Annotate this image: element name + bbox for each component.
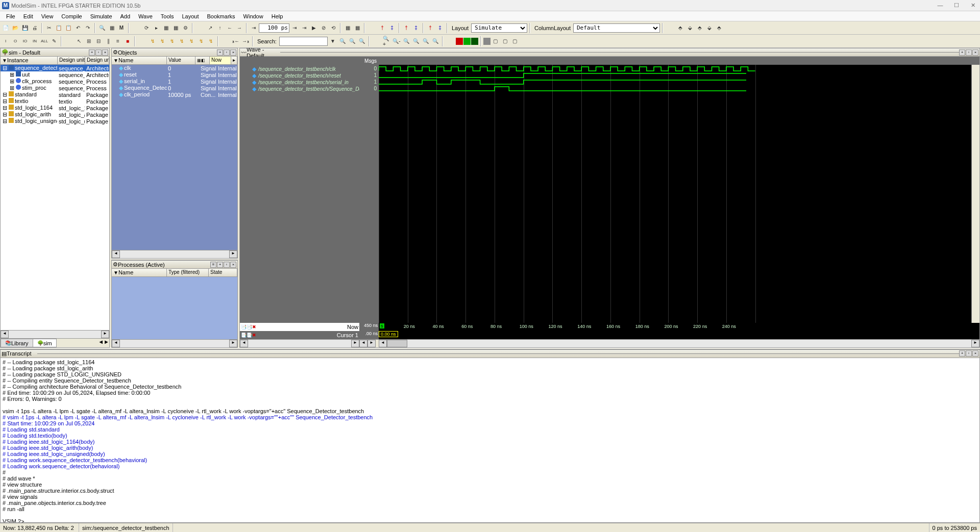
col-scroll[interactable]: ▸ bbox=[231, 57, 237, 64]
tool-button[interactable]: →₃ bbox=[241, 37, 250, 46]
tool-button[interactable]: ▦ bbox=[161, 23, 170, 33]
zoom-button[interactable]: † bbox=[402, 23, 411, 33]
wave-signal-row[interactable]: ◆/sequence_detector_testbench/serial_in bbox=[240, 79, 359, 86]
compile-button[interactable]: ⟳ bbox=[142, 23, 151, 33]
panel-dock-button[interactable]: ▫ bbox=[966, 49, 972, 56]
col-state[interactable]: State bbox=[209, 269, 237, 276]
zoom-full-button[interactable]: 🔍 bbox=[402, 37, 411, 46]
wave-signal-row[interactable]: ◆/sequence_detector_testbench/clk bbox=[240, 66, 359, 72]
tool-button[interactable]: ↯ bbox=[197, 37, 206, 46]
sim-tree-row[interactable]: ⊟ std_logic_arithstd_logic_a...Package bbox=[1, 111, 109, 118]
columnlayout-select[interactable]: Default bbox=[573, 23, 660, 33]
maximize-button[interactable]: ☐ bbox=[951, 2, 962, 9]
layout-select[interactable]: Simulate bbox=[471, 23, 527, 33]
zoom-button[interactable]: 🔍 bbox=[411, 37, 421, 46]
tool-button[interactable]: IN bbox=[30, 37, 39, 46]
copy-button[interactable]: 📋 bbox=[54, 23, 63, 33]
col-design-unit[interactable]: Design unit bbox=[58, 57, 85, 64]
tool-button[interactable]: ↯ bbox=[148, 37, 157, 46]
wave-signal-row[interactable]: ◆/sequence_detector_testbench/reset bbox=[240, 72, 359, 79]
tool-button[interactable]: ₃← bbox=[231, 37, 240, 46]
tab-scroll-right[interactable]: ► bbox=[104, 339, 109, 347]
menu-wave[interactable]: Wave bbox=[134, 13, 157, 19]
runtime-input[interactable] bbox=[259, 23, 289, 33]
tool-button[interactable]: ⚙ bbox=[181, 23, 190, 33]
tool-button[interactable]: ALL bbox=[40, 37, 49, 46]
zoom-button[interactable]: 🔍 bbox=[431, 37, 440, 46]
bookmark-icon[interactable]: 📑 bbox=[241, 324, 247, 330]
tab-library[interactable]: 📚 Library bbox=[1, 339, 33, 347]
panel-add-button[interactable]: + bbox=[89, 49, 95, 56]
panel-add-button[interactable]: + bbox=[217, 262, 223, 268]
menu-edit[interactable]: Edit bbox=[19, 13, 37, 19]
sim-tree-row[interactable]: ⊟ std_logic_unsignedstd_logic_u...Packag… bbox=[1, 118, 109, 124]
tool-button[interactable]: ▸ bbox=[152, 23, 161, 33]
up-button[interactable]: ↑ bbox=[215, 23, 225, 33]
menu-help[interactable]: Help bbox=[267, 13, 287, 19]
undo-button[interactable]: ↶ bbox=[74, 23, 83, 33]
wave-vscroll[interactable] bbox=[971, 65, 979, 323]
tool-button[interactable]: IO bbox=[20, 37, 30, 46]
col-now[interactable]: Now bbox=[210, 57, 231, 64]
panel-opts-button[interactable]: ≡ bbox=[210, 262, 216, 268]
zoom-button[interactable]: 🔍 bbox=[421, 37, 430, 46]
objects-tree[interactable]: ◆clk0SignalInternal◆reset1SignalInternal… bbox=[112, 65, 237, 250]
zoom-button[interactable]: † bbox=[426, 23, 435, 33]
tool-button[interactable]: O bbox=[11, 37, 20, 46]
tool-button[interactable]: ↯ bbox=[206, 37, 215, 46]
forward-button[interactable]: → bbox=[235, 23, 244, 33]
processes-hscroll[interactable]: ◄► bbox=[112, 339, 237, 347]
objects-hscroll[interactable]: ◄► bbox=[112, 250, 237, 258]
signal-color-button[interactable] bbox=[483, 38, 491, 45]
run-button[interactable]: ⇥ bbox=[290, 23, 299, 33]
sim-hscroll[interactable]: ◄► bbox=[1, 330, 109, 338]
panel-close-button[interactable]: × bbox=[102, 49, 108, 56]
panel-dock-button[interactable]: ▫ bbox=[224, 49, 230, 56]
signal-color-button[interactable] bbox=[456, 38, 463, 45]
object-row[interactable]: ◆clk0SignalInternal bbox=[112, 65, 237, 71]
object-row[interactable]: ◆reset1SignalInternal bbox=[112, 71, 237, 78]
tool-button[interactable]: ↯ bbox=[167, 37, 177, 46]
paste-button[interactable]: 📋 bbox=[64, 23, 73, 33]
wave-cursor-track[interactable]: 0.00 ns bbox=[379, 331, 979, 339]
wave-signal-names[interactable]: ◆/sequence_detector_testbench/clk◆/seque… bbox=[240, 57, 359, 339]
wave-panel-header[interactable]: 〰 Wave - Default + ▫ × bbox=[240, 48, 979, 57]
menu-compile[interactable]: Compile bbox=[57, 13, 86, 19]
zoom-button[interactable]: ‡ bbox=[435, 23, 445, 33]
tool-button[interactable]: ✎ bbox=[50, 37, 59, 46]
bookmark-icon[interactable]: 📑 bbox=[247, 333, 252, 338]
panel-close-button[interactable]: × bbox=[972, 49, 978, 56]
object-row[interactable]: ◆Sequence_Detecte...0SignalInternal bbox=[112, 85, 237, 91]
panel-add-button[interactable]: + bbox=[217, 49, 223, 56]
wave-signal-row[interactable]: ◆/sequence_detector_testbench/Sequence_D… bbox=[240, 86, 359, 92]
bookmark-icon[interactable]: 📑 bbox=[241, 333, 247, 338]
panel-dock-button[interactable]: ▫ bbox=[966, 350, 972, 357]
object-row[interactable]: ◆serial_in1SignalInternal bbox=[112, 78, 237, 85]
tool-button[interactable]: ∥ bbox=[104, 37, 113, 46]
tool-button[interactable]: ▦ bbox=[353, 23, 362, 33]
menu-bookmarks[interactable]: Bookmarks bbox=[203, 13, 239, 19]
save-button[interactable]: 💾 bbox=[20, 23, 30, 33]
panel-close-button[interactable]: × bbox=[230, 49, 236, 56]
sim-panel-header[interactable]: 🌳 sim - Default + ▫ × bbox=[1, 48, 109, 57]
zoom-button[interactable]: ‡ bbox=[411, 23, 421, 33]
zoom-in-button[interactable]: 🔍+ bbox=[382, 37, 391, 46]
cursor-position[interactable]: 0.00 ns bbox=[379, 331, 398, 337]
run-all-button[interactable]: ⇥ bbox=[300, 23, 309, 33]
tool-button[interactable]: ⊟ bbox=[94, 37, 103, 46]
wave-hscroll[interactable]: ◄► ◄► ◄► bbox=[240, 339, 979, 347]
col-name[interactable]: ▼Name bbox=[112, 57, 167, 64]
menu-simulate[interactable]: Simulate bbox=[86, 13, 116, 19]
search-next-button[interactable]: 🔍 bbox=[348, 37, 357, 46]
col-instance[interactable]: ▼Instance bbox=[1, 57, 58, 64]
panel-add-button[interactable]: + bbox=[959, 350, 965, 357]
tool-button[interactable]: ≡ bbox=[113, 37, 122, 46]
tool-button[interactable]: I bbox=[1, 37, 10, 46]
sim-tree-row[interactable]: ⊞ stim_procsequence_...Process bbox=[1, 85, 109, 91]
wave-draw-area[interactable]: s 20 ns40 ns60 ns80 ns100 ns120 ns140 ns… bbox=[379, 57, 979, 339]
sim-tree-row[interactable]: ⊞ uutsequence_...Architectur bbox=[1, 71, 109, 78]
continue-button[interactable]: ▶ bbox=[309, 23, 318, 33]
tool-button[interactable]: ⬘ bbox=[695, 23, 704, 33]
col-name[interactable]: ▼Name bbox=[112, 269, 167, 276]
signal-color-button[interactable] bbox=[463, 38, 471, 45]
